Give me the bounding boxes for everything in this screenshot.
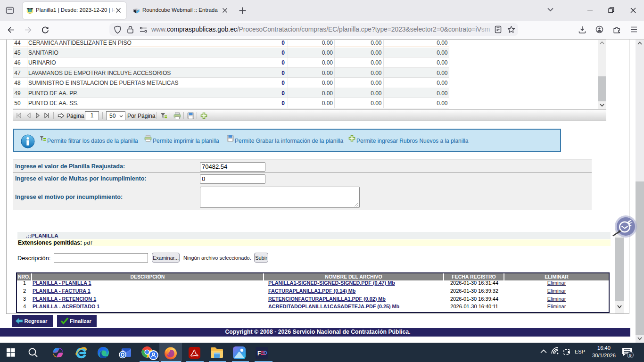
svg-text:F: F [257,350,261,357]
svg-text:9: 9 [629,353,631,358]
